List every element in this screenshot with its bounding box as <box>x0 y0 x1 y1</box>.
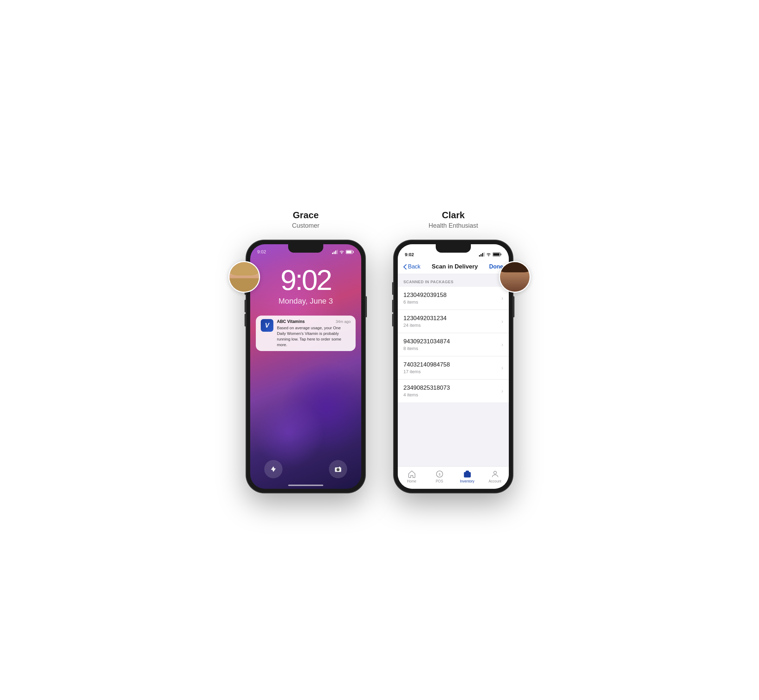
clark-face <box>500 262 529 292</box>
svg-point-10 <box>337 469 339 470</box>
tab-label-pos: POS <box>436 479 443 483</box>
svg-rect-13 <box>481 254 482 256</box>
tab-item-home[interactable]: Home <box>398 469 426 483</box>
package-info: 1230492039158 6 items <box>403 292 447 305</box>
package-items: 6 items <box>403 299 447 305</box>
package-info: 74032140984758 17 items <box>403 361 450 374</box>
svg-rect-7 <box>347 250 352 253</box>
signal-icon <box>332 250 338 254</box>
app-signal-icon <box>479 252 484 256</box>
ls-notification[interactable]: V ABC Vitamins 34m ago Based on average … <box>256 316 356 351</box>
home-icon <box>407 469 416 479</box>
tab-label-account: Account <box>489 479 501 483</box>
ls-flashlight-button[interactable] <box>264 460 283 478</box>
ls-notif-app-name: ABC Vitamins <box>277 319 305 324</box>
package-info: 23490825318073 4 items <box>403 384 450 397</box>
inventory-icon <box>463 469 472 479</box>
package-id: 1230492031234 <box>403 315 447 322</box>
ls-camera-button[interactable] <box>329 460 347 478</box>
grace-name: Grace <box>292 210 319 221</box>
svg-rect-1 <box>334 252 335 254</box>
svg-rect-6 <box>353 251 354 253</box>
appscreen: 9:02 <box>398 244 509 489</box>
grace-face <box>230 262 259 292</box>
chevron-right-icon: › <box>501 295 503 302</box>
tab-bar: Home $ POS Inventory Account <box>398 466 509 489</box>
chevron-right-icon: › <box>501 365 503 371</box>
package-info: 94309231034874 8 items <box>403 338 450 351</box>
lockscreen: 9:02 <box>250 244 361 489</box>
back-chevron-icon <box>403 264 406 270</box>
svg-point-4 <box>341 253 342 253</box>
clark-block: Clark Health Enthusiast 9:02 <box>394 207 513 493</box>
ls-home-indicator <box>288 484 323 486</box>
ls-notif-body: Based on average usage, your One Daily W… <box>277 325 351 348</box>
flashlight-icon <box>270 465 277 473</box>
package-items: 4 items <box>403 392 450 397</box>
ls-bottom-icons <box>250 460 361 478</box>
package-info: 1230492031234 24 items <box>403 315 447 328</box>
tab-item-inventory[interactable]: Inventory <box>453 469 481 483</box>
clark-name: Clark <box>428 210 478 221</box>
scene: Grace Customer 9:02 <box>186 207 573 493</box>
package-id: 74032140984758 <box>403 361 450 368</box>
svg-rect-12 <box>479 255 480 256</box>
camera-icon <box>334 465 342 473</box>
chevron-right-icon: › <box>501 388 503 394</box>
package-row[interactable]: 94309231034874 8 items › <box>398 333 509 356</box>
account-icon <box>490 469 500 479</box>
package-list: 1230492039158 6 items › 1230492031234 24… <box>398 287 509 402</box>
ls-time-big: 9:02 <box>280 266 331 294</box>
grace-avatar <box>228 261 260 293</box>
svg-rect-0 <box>332 253 333 254</box>
app-status-bar: 9:02 <box>398 244 509 260</box>
grace-phone-inner: 9:02 <box>250 244 361 489</box>
app-time: 9:02 <box>405 252 414 257</box>
wifi-icon <box>339 250 344 254</box>
package-items: 24 items <box>403 323 447 328</box>
ls-notif-time: 34m ago <box>336 319 351 323</box>
svg-rect-15 <box>484 252 485 256</box>
app-status-icons <box>479 252 502 256</box>
clark-phone-inner: 9:02 <box>398 244 509 489</box>
svg-point-16 <box>488 255 489 256</box>
package-row[interactable]: 74032140984758 17 items › <box>398 356 509 380</box>
grace-phone-wrapper: 9:02 <box>246 240 365 493</box>
package-row[interactable]: 1230492031234 24 items › <box>398 310 509 333</box>
ls-notif-app-letter: V <box>265 322 269 329</box>
section-label: SCANNED IN PACKAGES <box>398 274 509 287</box>
ls-time-small: 9:02 <box>257 249 266 255</box>
clark-phone: 9:02 <box>394 240 513 493</box>
grace-role: Customer <box>292 222 319 230</box>
package-id: 23490825318073 <box>403 384 450 391</box>
chevron-right-icon: › <box>501 319 503 325</box>
tab-item-account[interactable]: Account <box>481 469 509 483</box>
svg-point-24 <box>494 471 497 474</box>
tab-item-pos[interactable]: $ POS <box>426 469 453 483</box>
ls-status-bar: 9:02 <box>250 244 361 255</box>
package-row[interactable]: 23490825318073 4 items › <box>398 380 509 402</box>
svg-rect-3 <box>337 250 338 254</box>
package-row[interactable]: 1230492039158 6 items › <box>398 287 509 310</box>
grace-block: Grace Customer 9:02 <box>246 207 365 493</box>
package-items: 8 items <box>403 346 450 351</box>
tab-label-inventory: Inventory <box>460 479 474 483</box>
svg-rect-2 <box>335 250 336 254</box>
back-label: Back <box>408 264 421 270</box>
clark-phone-wrapper: 9:02 <box>394 240 513 493</box>
pos-icon: $ <box>435 469 444 479</box>
ls-notif-content: ABC Vitamins 34m ago Based on average us… <box>277 319 351 348</box>
package-id: 1230492039158 <box>403 292 447 299</box>
app-notch <box>436 244 471 253</box>
app-wifi-icon <box>486 252 491 256</box>
svg-rect-14 <box>482 253 483 256</box>
clark-avatar <box>499 261 531 293</box>
back-button[interactable]: Back <box>403 264 421 270</box>
battery-icon <box>346 250 354 254</box>
svg-rect-19 <box>494 253 500 256</box>
chevron-right-icon: › <box>501 342 503 348</box>
svg-rect-11 <box>339 467 340 468</box>
ls-notif-app-icon: V <box>261 319 273 332</box>
ls-notif-header: ABC Vitamins 34m ago <box>277 319 351 324</box>
package-id: 94309231034874 <box>403 338 450 345</box>
